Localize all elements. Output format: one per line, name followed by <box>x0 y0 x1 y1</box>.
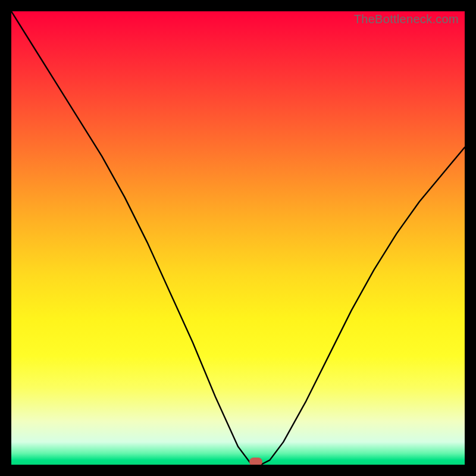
bottleneck-curve <box>11 11 465 465</box>
curve-path <box>11 11 465 465</box>
chart-frame: TheBottleneck.com <box>0 0 476 476</box>
plot-area: TheBottleneck.com <box>11 11 465 465</box>
optimum-marker <box>249 458 262 465</box>
watermark-label: TheBottleneck.com <box>354 12 459 26</box>
